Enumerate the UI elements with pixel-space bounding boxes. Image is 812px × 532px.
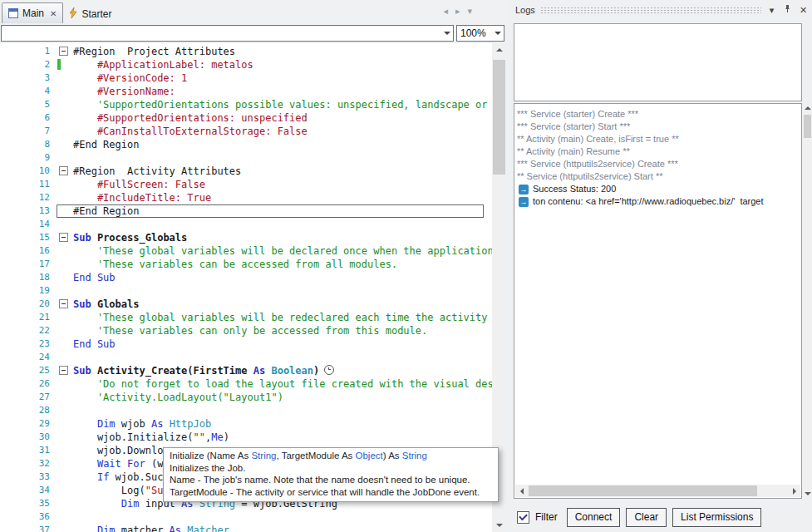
- code-line[interactable]: 21 'These global variables will be redec…: [0, 311, 492, 324]
- code-line[interactable]: 12 #IncludeTitle: True: [0, 191, 492, 204]
- chevron-down-icon[interactable]: ▾: [766, 5, 777, 16]
- tab-starter[interactable]: Starter: [63, 4, 117, 23]
- code-line[interactable]: 28: [0, 404, 492, 417]
- code-line[interactable]: 13#End Region: [0, 204, 492, 218]
- nav-back-icon[interactable]: ◂: [443, 6, 448, 17]
- log-line[interactable]: ** Service (httputils2service) Start **: [517, 170, 799, 183]
- scrollbar-thumb[interactable]: [804, 115, 811, 138]
- zoom-selector[interactable]: 100%: [456, 25, 504, 42]
- fold-gutter: [57, 524, 73, 532]
- code-line[interactable]: 6 #SupportedOrientations: unspecified: [0, 111, 492, 125]
- log-line[interactable]: ** Activity (main) Create, isFirst = tru…: [517, 133, 799, 145]
- close-tab-icon[interactable]: ✕: [50, 9, 57, 18]
- code-line[interactable]: 36: [0, 510, 492, 524]
- code-text: [73, 404, 492, 417]
- scroll-down-icon[interactable]: [492, 519, 506, 532]
- code-line[interactable]: 18End Sub: [0, 271, 492, 284]
- line-number: 31: [0, 444, 57, 457]
- log-line[interactable]: *** Service (httputils2service) Create *…: [517, 158, 799, 170]
- line-number: 37: [0, 524, 57, 532]
- code-line[interactable]: 25Sub Activity_Create(FirstTime As Boole…: [0, 364, 492, 377]
- code-line[interactable]: 37 Dim matcher As Matcher: [0, 524, 492, 532]
- log-vertical-scrollbar[interactable]: [803, 103, 812, 499]
- code-line[interactable]: 24: [0, 351, 492, 364]
- code-text: [73, 284, 492, 298]
- fold-gutter: [57, 510, 73, 524]
- line-number: 4: [0, 85, 57, 98]
- log-line[interactable]: *** Service (starter) Start ***: [517, 121, 799, 133]
- fold-toggle-icon[interactable]: [57, 45, 73, 58]
- logs-panel-header[interactable]: Logs ▾ ✕: [515, 2, 809, 17]
- code-line[interactable]: 5 'SupportedOrientations possible values…: [0, 98, 492, 111]
- line-number: 35: [0, 497, 57, 510]
- clear-button[interactable]: Clear: [626, 508, 667, 527]
- tab-list-icon[interactable]: ▾: [467, 6, 472, 17]
- code-line[interactable]: 8#End Region: [0, 138, 492, 151]
- code-line[interactable]: 10#Region Activity Attributes: [0, 165, 492, 178]
- code-text: [73, 218, 492, 231]
- chevron-down-icon[interactable]: [491, 26, 504, 41]
- fold-gutter: [57, 351, 73, 364]
- drag-grip[interactable]: [540, 7, 761, 14]
- code-line[interactable]: 20Sub Globals: [0, 298, 492, 311]
- code-line[interactable]: 23End Sub: [0, 337, 492, 351]
- scrollbar-thumb[interactable]: [493, 60, 505, 175]
- log-line[interactable]: →ton contenu: <a href='http://www.radioq…: [517, 195, 799, 208]
- code-line[interactable]: 29 Dim wjob As HttpJob: [0, 417, 492, 431]
- code-line[interactable]: 27 'Activity.LoadLayout("Layout1"): [0, 391, 492, 404]
- log-line[interactable]: ** Activity (main) Resume **: [517, 145, 799, 158]
- fold-toggle-icon[interactable]: [57, 165, 73, 178]
- code-line[interactable]: 30 wjob.Initialize("",Me): [0, 431, 492, 444]
- fold-gutter: [57, 324, 73, 337]
- code-line[interactable]: 3 #VersionCode: 1: [0, 71, 492, 85]
- filter-checkbox[interactable]: [517, 511, 529, 524]
- nav-forward-icon[interactable]: ▸: [455, 6, 460, 17]
- log-line[interactable]: →Success Status: 200: [517, 183, 799, 195]
- log-output[interactable]: *** Service (starter) Create ****** Serv…: [514, 103, 802, 499]
- code-text: #VersionName:: [73, 85, 492, 98]
- code-line[interactable]: 17 'These variables can be accessed from…: [0, 258, 492, 271]
- scroll-up-icon[interactable]: [803, 103, 812, 113]
- code-line[interactable]: 4 #VersionName:: [0, 85, 492, 98]
- code-text: End Sub: [73, 271, 492, 284]
- chevron-down-icon[interactable]: [440, 26, 453, 41]
- code-line[interactable]: 15Sub Process_Globals: [0, 231, 492, 244]
- line-number: 36: [0, 510, 57, 524]
- code-text: [73, 151, 492, 165]
- code-line[interactable]: 22 'These variables can only be accessed…: [0, 324, 492, 337]
- log-horizontal-scrollbar[interactable]: [515, 485, 800, 497]
- code-line[interactable]: 11 #FullScreen: False: [0, 178, 492, 191]
- fold-toggle-icon[interactable]: [57, 231, 73, 244]
- code-line[interactable]: 26 'Do not forget to load the layout fil…: [0, 377, 492, 391]
- scroll-up-icon[interactable]: [492, 43, 506, 57]
- log-secondary-box[interactable]: [514, 23, 802, 101]
- module-selector[interactable]: [1, 25, 454, 42]
- code-line[interactable]: 16 'These global variables will be decla…: [0, 244, 492, 258]
- scroll-down-icon[interactable]: [803, 489, 812, 499]
- code-line[interactable]: 1#Region Project Attributes: [0, 45, 492, 58]
- code-line[interactable]: 19: [0, 284, 492, 298]
- scroll-right-icon[interactable]: [788, 485, 800, 497]
- pin-icon[interactable]: [782, 4, 793, 16]
- line-number: 9: [0, 151, 57, 165]
- list-permissions-button[interactable]: List Permissions: [672, 508, 761, 527]
- tab-label: Starter: [81, 8, 111, 20]
- scrollbar-thumb[interactable]: [529, 485, 757, 496]
- code-text: #VersionCode: 1: [73, 71, 492, 85]
- tab-main[interactable]: Main ✕: [2, 2, 63, 23]
- scroll-left-icon[interactable]: [515, 485, 528, 497]
- close-panel-icon[interactable]: ✕: [798, 5, 809, 16]
- line-number: 15: [0, 231, 57, 244]
- line-number: 11: [0, 178, 57, 191]
- fold-toggle-icon[interactable]: [57, 298, 73, 311]
- code-text: 'These variables can be accessed from al…: [73, 258, 492, 271]
- code-line[interactable]: 2 #ApplicationLabel: metalos: [0, 58, 492, 71]
- fold-gutter: [57, 497, 73, 510]
- code-line[interactable]: 14: [0, 218, 492, 231]
- code-line[interactable]: 9: [0, 151, 492, 165]
- log-line[interactable]: *** Service (starter) Create ***: [517, 108, 799, 121]
- log-text: ** Service (httputils2service) Start **: [517, 170, 662, 183]
- connect-button[interactable]: Connect: [567, 508, 621, 527]
- fold-toggle-icon[interactable]: [57, 364, 73, 377]
- code-line[interactable]: 7 #CanInstallToExternalStorage: False: [0, 125, 492, 138]
